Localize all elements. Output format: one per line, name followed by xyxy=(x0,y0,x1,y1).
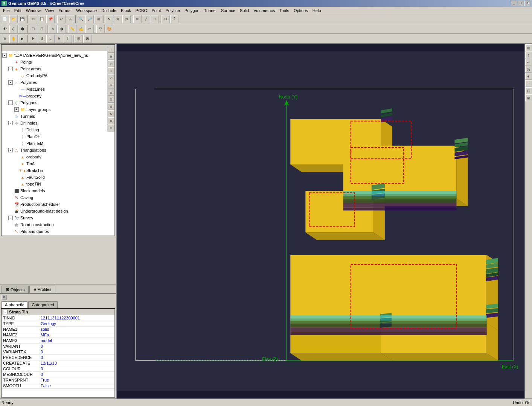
tree-item-layer_groups[interactable]: +📁Layer groups xyxy=(2,106,114,113)
tree-expand-triangulations[interactable]: - xyxy=(8,148,13,152)
vtb-icon-10[interactable]: ⊕ xyxy=(108,110,114,117)
tree-item-survey[interactable]: -🔭Survey xyxy=(2,214,114,221)
select-icon[interactable]: ↖ xyxy=(105,15,113,23)
props-expand-button[interactable]: - xyxy=(3,310,8,314)
tree-item-topotin[interactable]: ▲topoTIN xyxy=(2,181,114,187)
vtb-icon-1[interactable]: ↕ xyxy=(108,46,114,53)
menu-item-volumetrics[interactable]: Volumetrics xyxy=(251,8,277,14)
tree-expand-root[interactable]: - xyxy=(2,53,7,58)
menu-item-tunnel[interactable]: Tunnel xyxy=(202,8,219,14)
vp-vtb-3[interactable]: ↔ xyxy=(525,59,532,65)
help-icon[interactable]: ? xyxy=(170,15,178,23)
tree-item-ug_blast[interactable]: 💣Underground-blast design xyxy=(2,208,114,214)
orbit-icon[interactable]: ⊕ xyxy=(1,35,9,43)
zoom-fit-icon[interactable]: ⊞ xyxy=(94,15,102,23)
line-icon[interactable]: ╱ xyxy=(142,15,150,23)
right-icon[interactable]: R xyxy=(55,35,63,43)
tree-expand-survey[interactable]: - xyxy=(8,216,13,220)
snap-icon[interactable]: ⊠ xyxy=(83,35,91,43)
measure-icon[interactable]: 📏 xyxy=(68,25,76,33)
color-icon[interactable]: 🎨 xyxy=(105,25,113,33)
vp-vtb-5[interactable]: + xyxy=(525,73,532,80)
open-icon[interactable]: 📂 xyxy=(9,15,18,23)
menu-item-file[interactable]: File xyxy=(1,8,12,14)
tree-item-pits_dumps[interactable]: ⛏Pits and dumps xyxy=(2,228,114,235)
tree-item-caving[interactable]: ⛏Caving xyxy=(2,194,114,201)
rotate-icon[interactable]: ↻ xyxy=(122,15,131,23)
annotate-icon[interactable]: ✍ xyxy=(77,25,85,33)
menu-item-format[interactable]: Format xyxy=(56,8,74,14)
minimize-button[interactable]: _ xyxy=(511,1,517,6)
menu-item-polyline[interactable]: Polyline xyxy=(163,8,182,14)
vtb-icon-8[interactable]: ⊡ xyxy=(108,96,114,103)
tree-item-root[interactable]: -📁\\DATASERVER\GemsPrj\Cree_new_hs xyxy=(2,52,114,59)
vtb-icon-7[interactable]: △ xyxy=(108,89,114,96)
tree-item-points[interactable]: ✦Points xyxy=(2,59,114,65)
tree-item-plantem[interactable]: ╎PlanTEM xyxy=(2,140,114,147)
tree-item-faultsolid[interactable]: ▲FaultSolid xyxy=(2,174,114,181)
maximize-button[interactable]: □ xyxy=(518,1,524,6)
tree-item-prod_sched[interactable]: 📅Production Scheduler xyxy=(2,201,114,208)
vtb-icon-5[interactable]: ◁ xyxy=(108,75,114,81)
vtb-icon-6[interactable]: ▽ xyxy=(108,82,114,88)
vtb-icon-9[interactable]: ⊟ xyxy=(108,103,114,110)
back-icon[interactable]: B xyxy=(38,35,46,43)
tree-item-block_models[interactable]: ⬛Block models xyxy=(2,187,114,194)
props-close-button[interactable]: × xyxy=(2,295,7,300)
menu-item-workspace[interactable]: Workspace xyxy=(74,8,99,14)
vtb-icon-12[interactable]: ✏ xyxy=(108,125,114,131)
zoom-in-icon[interactable]: 🔍 xyxy=(77,15,85,23)
tree-expand-layer_groups[interactable]: + xyxy=(14,107,19,112)
menu-item-solid[interactable]: Solid xyxy=(238,8,251,14)
filter-icon[interactable]: ▽ xyxy=(96,25,105,33)
tree-item-point_areas[interactable]: -◈Point areas xyxy=(2,65,114,72)
zoom-out-icon[interactable]: 🔎 xyxy=(85,15,94,23)
top-icon[interactable]: T xyxy=(64,35,72,43)
viewport[interactable]: North (Y) Elev (Z) East (X) ⊞ ↕ ↔ ◎ + - … xyxy=(117,44,532,398)
section-icon[interactable]: ⊟ xyxy=(38,25,46,33)
rect-icon[interactable]: □ xyxy=(151,15,159,23)
tree-item-property[interactable]: 👁—property xyxy=(2,93,114,99)
menu-item-pcbc[interactable]: PCBC xyxy=(133,8,149,14)
menu-item-options[interactable]: Options xyxy=(291,8,310,14)
close-button[interactable]: × xyxy=(524,1,530,6)
vtb-icon-11[interactable]: ⊗ xyxy=(108,117,114,124)
tree-item-polylines[interactable]: -⟋Polylines xyxy=(2,79,114,86)
grid-icon[interactable]: ⊞ xyxy=(75,35,83,43)
plan-icon[interactable]: ⊡ xyxy=(29,25,37,33)
vtb-icon-2[interactable]: ⊞ xyxy=(108,53,114,60)
vp-vtb-1[interactable]: ⊞ xyxy=(525,44,532,51)
move-icon[interactable]: ✥ xyxy=(114,15,122,23)
view-icon[interactable]: 👁 xyxy=(1,25,9,33)
properties-icon[interactable]: ⚙ xyxy=(162,15,170,23)
front-icon[interactable]: F xyxy=(29,35,37,43)
tree-item-stratatin[interactable]: 👁▲StrataTin xyxy=(2,167,114,174)
tree-item-tina[interactable]: ▲TinA xyxy=(2,160,114,167)
tree-item-plandh[interactable]: ╎PlanDH xyxy=(2,133,114,140)
menu-item-edit[interactable]: Edit xyxy=(12,8,24,14)
menu-item-window[interactable]: Window xyxy=(24,8,43,14)
cut-icon[interactable]: ✂ xyxy=(29,15,37,23)
tree-expand-polylines[interactable]: - xyxy=(8,80,13,85)
tree-item-misclines[interactable]: —MiscLines xyxy=(2,86,114,93)
solid-icon[interactable]: ⬢ xyxy=(18,25,26,33)
paste-icon[interactable]: 📌 xyxy=(46,15,55,23)
redo-icon[interactable]: ↪ xyxy=(66,15,74,23)
clip-icon[interactable]: ✂ xyxy=(85,25,94,33)
menu-item-point[interactable]: Point xyxy=(149,8,163,14)
menu-item-tools[interactable]: Tools xyxy=(277,8,291,14)
tree-item-triangulations[interactable]: -△Triangulations xyxy=(2,147,114,154)
menu-item-block[interactable]: Block xyxy=(119,8,133,14)
undo-icon[interactable]: ↩ xyxy=(57,15,66,23)
props-tab-alphabetic[interactable]: Alphabetic xyxy=(2,301,27,308)
tree-expand-point_areas[interactable]: - xyxy=(8,67,13,71)
tree-item-orebody_pa[interactable]: ◇OrebodyPA xyxy=(2,72,114,79)
tab-objects[interactable]: ⊞ Objects xyxy=(2,286,29,293)
menu-item-help[interactable]: Help xyxy=(310,8,323,14)
props-tab-categorized[interactable]: Categorized xyxy=(28,301,57,308)
draw-icon[interactable]: ✏ xyxy=(133,15,142,23)
shadow-icon[interactable]: ◑ xyxy=(57,25,66,33)
tree-item-drilling[interactable]: ╎Drilling xyxy=(2,126,114,133)
menu-item-drillhole[interactable]: Drillhole xyxy=(99,8,119,14)
tree-item-tunnels[interactable]: ⊃Tunnels xyxy=(2,113,114,120)
